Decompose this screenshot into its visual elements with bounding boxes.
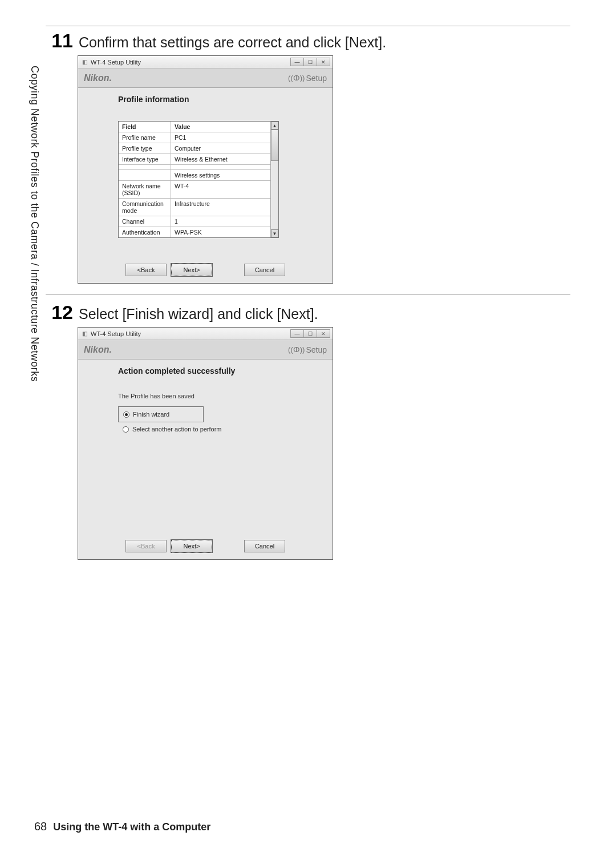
divider (46, 26, 570, 26)
table-section: Wireless settings (119, 170, 270, 181)
brand-logo: Nikon. (84, 345, 112, 355)
scroll-down-icon[interactable]: ▼ (271, 229, 278, 237)
maximize-button[interactable]: ☐ (303, 58, 317, 66)
divider (46, 294, 570, 294)
app-icon: ◧ (80, 330, 88, 338)
section-title-vertical: Copying Network Profiles to the Camera /… (29, 66, 40, 382)
radio-unselected-icon (123, 426, 129, 433)
step-number: 12 (46, 302, 73, 322)
scrollbar[interactable]: ▲ ▼ (270, 122, 278, 237)
back-button[interactable]: <Back (125, 264, 167, 276)
antenna-icon: ((ⵀ)) (288, 74, 305, 82)
page-footer: 68 Using the WT-4 with a Computer (34, 820, 210, 833)
dialog-header: Nikon. ((ⵀ)) Setup (78, 68, 333, 88)
antenna-icon: ((ⵀ)) (288, 345, 305, 354)
next-button[interactable]: Next> (171, 264, 212, 276)
table-row: Interface type Wireless & Ethernet (119, 154, 270, 165)
radio-group-box: Finish wizard (118, 406, 204, 422)
scroll-thumb[interactable] (271, 130, 278, 161)
dialog-buttons: <Back Next> Cancel (78, 259, 333, 283)
scroll-track[interactable] (271, 130, 278, 229)
titlebar: ◧ WT-4 Setup Utility — ☐ ✕ (78, 56, 333, 68)
window-title: WT-4 Setup Utility (91, 59, 141, 66)
dialog-profile-info: ◧ WT-4 Setup Utility — ☐ ✕ Nikon. ((ⵀ)) … (78, 55, 333, 284)
next-button[interactable]: Next> (171, 540, 212, 552)
brand-logo: Nikon. (84, 73, 112, 83)
table-header: Field Value (119, 122, 270, 132)
dialog-content: Profile information Field Value Profile … (78, 88, 333, 259)
radio-selected-icon (123, 411, 129, 418)
close-button[interactable]: ✕ (317, 58, 330, 66)
scroll-up-icon[interactable]: ▲ (271, 122, 278, 130)
col-value: Value (171, 122, 270, 132)
window-title: WT-4 Setup Utility (91, 330, 141, 337)
window-controls: — ☐ ✕ (291, 329, 330, 338)
col-field: Field (119, 122, 171, 132)
cancel-button[interactable]: Cancel (244, 540, 285, 552)
app-icon: ◧ (80, 58, 88, 66)
manual-page: Copying Network Profiles to the Camera /… (0, 0, 616, 848)
window-controls: — ☐ ✕ (291, 58, 330, 66)
content-heading: Profile information (118, 95, 325, 104)
step-number: 11 (46, 31, 73, 50)
content-heading: Action completed successfully (118, 366, 325, 375)
step-text: Select [Finish wizard] and click [Next]. (79, 302, 318, 322)
table-row: Communication mode Infrastructure (119, 199, 270, 216)
setup-label: Setup (306, 74, 327, 83)
maximize-button[interactable]: ☐ (303, 329, 317, 338)
step-11: 11 Confirm that settings are correct and… (46, 31, 570, 51)
back-button: <Back (125, 540, 167, 552)
footer-title: Using the WT-4 with a Computer (53, 821, 210, 833)
dialog-action-completed: ◧ WT-4 Setup Utility — ☐ ✕ Nikon. ((ⵀ)) … (78, 327, 333, 560)
table-row: Channel 1 (119, 216, 270, 227)
table-row: Authentication WPA-PSK (119, 227, 270, 237)
close-button[interactable]: ✕ (317, 329, 330, 338)
table-row: Profile name PC1 (119, 132, 270, 143)
setup-logo: ((ⵀ)) Setup (288, 345, 327, 354)
minimize-button[interactable]: — (290, 58, 304, 66)
radio-select-another[interactable]: Select another action to perform (118, 425, 325, 434)
setup-logo: ((ⵀ)) Setup (288, 74, 327, 83)
dialog-header: Nikon. ((ⵀ)) Setup (78, 340, 333, 360)
dialog-buttons: <Back Next> Cancel (78, 535, 333, 559)
cancel-button[interactable]: Cancel (244, 264, 285, 276)
step-text: Confirm that settings are correct and cl… (79, 31, 386, 51)
radio-finish-wizard[interactable]: Finish wizard (123, 410, 198, 419)
dialog-content: Action completed successfully The Profil… (78, 360, 333, 535)
table-gap (119, 165, 270, 170)
step-12: 12 Select [Finish wizard] and click [Nex… (46, 302, 570, 322)
table-row: Network name (SSID) WT-4 (119, 181, 270, 199)
titlebar: ◧ WT-4 Setup Utility — ☐ ✕ (78, 328, 333, 340)
page-number: 68 (34, 820, 47, 833)
minimize-button[interactable]: — (290, 329, 304, 338)
radio-label: Select another action to perform (132, 426, 222, 433)
setup-label: Setup (306, 345, 327, 354)
table-row: Profile type Computer (119, 143, 270, 154)
profile-table: Field Value Profile name PC1 Profile typ… (118, 121, 279, 238)
saved-message: The Profile has been saved (118, 393, 325, 399)
radio-label: Finish wizard (133, 411, 169, 418)
